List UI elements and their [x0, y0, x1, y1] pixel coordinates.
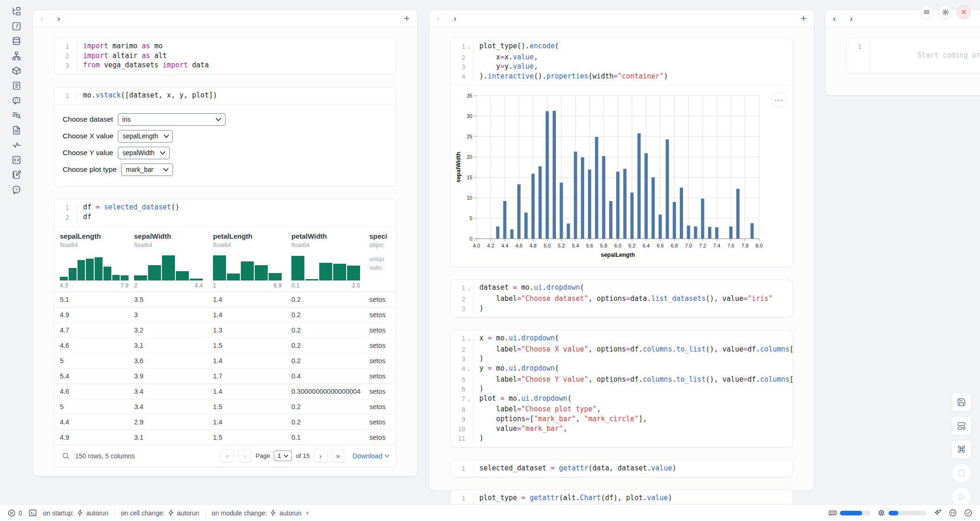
table-row[interactable]: 53.41.50.2setos	[54, 399, 396, 414]
table-column-header[interactable]: petalLengthfloat6416.9	[213, 232, 291, 292]
dropdown-select[interactable]: iris	[118, 113, 226, 126]
functions-icon[interactable]: f	[6, 19, 26, 33]
code-editor[interactable]: 1df = selected_dataset()2df	[54, 199, 396, 226]
table-cell: 1.7	[213, 372, 291, 380]
column-prev-icon[interactable]: ‹	[833, 13, 836, 24]
line-number: 10	[451, 424, 465, 434]
code-editor[interactable]: 1 Start coding or generate with	[847, 38, 980, 73]
column-next-icon[interactable]: ›	[850, 13, 852, 24]
command-shortcuts-icon[interactable]: ⌘	[951, 440, 972, 459]
code-editor[interactable]: 1∨dataset = mo.ui.dropdown(2 label="Choo…	[451, 280, 793, 317]
connection-status-icon[interactable]	[964, 508, 973, 517]
fold-chevron-icon[interactable]: ∨	[465, 364, 472, 375]
column-next-icon[interactable]: ›	[453, 13, 456, 24]
table-row[interactable]: 4.931.40.2setos	[54, 307, 396, 322]
dropdown-label: Choose plot type	[63, 165, 116, 174]
table-row[interactable]: 4.93.11.50.1setos	[54, 430, 396, 445]
table-cell: setos	[369, 403, 396, 410]
snippets-icon[interactable]	[6, 108, 26, 123]
autorun-label: on startup:	[43, 509, 74, 517]
column-next-icon[interactable]: ›	[57, 13, 60, 24]
dropdown-label: Choose Y value	[63, 149, 113, 157]
dependency-graph-icon[interactable]	[6, 48, 26, 63]
close-icon[interactable]	[957, 5, 971, 19]
code-editor[interactable]: 1∨x = mo.ui.dropdown(2 label="Choose X v…	[451, 330, 793, 447]
fold-chevron-icon[interactable]: ∨	[465, 283, 472, 294]
next-page-button[interactable]: ›	[314, 449, 328, 462]
scratchpad-icon[interactable]	[6, 167, 26, 182]
column-prev-icon[interactable]: ‹	[437, 13, 439, 24]
table-row[interactable]: 4.63.11.50.2setos	[54, 338, 396, 353]
svg-text:?: ?	[15, 187, 17, 192]
table-cell: 3.5	[134, 296, 213, 303]
table-row[interactable]: 5.43.91.70.4setos	[54, 368, 396, 384]
layout-panels-icon[interactable]	[951, 416, 972, 436]
column-histogram	[291, 253, 360, 280]
code-editor[interactable]: 1selected_dataset = getattr(data, datase…	[451, 460, 793, 477]
run-all-icon[interactable]	[952, 487, 971, 507]
table-row[interactable]: 4.73.21.30.2setos	[54, 322, 396, 338]
data-sources-icon[interactable]	[6, 33, 26, 48]
packages-icon[interactable]	[6, 63, 26, 78]
first-page-button[interactable]: «	[220, 449, 234, 462]
tracing-icon[interactable]	[6, 137, 26, 152]
notebook-column-2: ‹ › + 1∨plot_type().encode(2 x=x.value,3…	[429, 9, 814, 491]
svg-text:4.0: 4.0	[473, 243, 480, 248]
autorun-segment[interactable]: on module change:autorun∨	[212, 509, 309, 517]
download-link[interactable]: Download	[353, 452, 390, 460]
table-row[interactable]: 4.63.41.40.30000000000000004setos	[54, 384, 396, 399]
table-column-header[interactable]: sepalLengthfloat644.37.9	[60, 232, 134, 292]
line-number: 1	[451, 42, 465, 53]
add-cell-icon[interactable]: +	[404, 13, 410, 25]
file-tree-icon[interactable]	[6, 4, 26, 19]
page-select[interactable]: 1	[274, 450, 292, 461]
column-histogram	[134, 253, 203, 280]
add-cell-icon[interactable]: +	[800, 13, 806, 25]
code-icon[interactable]	[6, 152, 26, 167]
menu-icon[interactable]	[920, 5, 934, 19]
copilot-icon[interactable]	[948, 508, 957, 517]
stop-icon[interactable]	[952, 463, 971, 483]
logs-icon[interactable]	[6, 78, 26, 93]
code-editor[interactable]: 1mo.vstack([dataset, x, y, plot])	[54, 87, 396, 104]
dropdown-select[interactable]: sepalWidth	[118, 147, 170, 159]
autorun-segment[interactable]: on cell change:autorun	[121, 509, 199, 517]
table-cell: 3.9	[134, 372, 213, 380]
fold-chevron-icon[interactable]: ∨	[465, 42, 472, 53]
column-type: float64	[291, 241, 369, 248]
error-count[interactable]: 0	[7, 509, 22, 517]
prev-page-button[interactable]: ‹	[238, 449, 252, 462]
documentation-icon[interactable]	[6, 123, 26, 137]
table-column-header[interactable]: speciobjecuniqunulls:	[369, 232, 396, 292]
settings-gear-icon[interactable]	[938, 5, 952, 19]
table-cell: 5	[60, 357, 134, 365]
help-icon[interactable]: ?	[6, 182, 26, 197]
dataframe-output: sepalLengthfloat644.37.9sepalWidthfloat6…	[54, 226, 396, 467]
table-row[interactable]: 5.13.51.40.2setos	[54, 292, 396, 307]
ai-sparkles-icon[interactable]	[933, 508, 942, 517]
save-icon[interactable]	[951, 392, 972, 412]
fold-chevron-icon[interactable]: ∨	[465, 394, 472, 405]
separator	[205, 508, 206, 517]
column-type: float64	[60, 241, 134, 248]
svg-text:4.2: 4.2	[487, 243, 494, 248]
dropdown-select[interactable]: sepalLength	[118, 130, 173, 143]
line-number: 1	[451, 283, 465, 294]
error-count-value: 0	[19, 509, 22, 517]
autorun-segment[interactable]: on startup:autorun	[43, 509, 109, 517]
search-icon[interactable]	[62, 452, 70, 460]
last-page-button[interactable]: »	[331, 449, 345, 462]
table-column-header[interactable]: petalWidthfloat640.12.5	[291, 232, 369, 292]
histogram-range: 4.37.9	[60, 282, 129, 289]
fold-chevron-icon[interactable]: ∨	[465, 334, 472, 345]
altair-bar-chart[interactable]: 4.04.24.44.64.85.05.25.45.65.86.06.26.46…	[454, 91, 791, 266]
table-row[interactable]: 4.42.91.40.2setos	[54, 414, 396, 430]
code-editor[interactable]: 1import marimo as mo2import altair as al…	[54, 38, 396, 74]
dropdown-select[interactable]: mark_bar	[121, 163, 173, 176]
ai-chat-icon[interactable]	[6, 93, 26, 108]
column-prev-icon[interactable]: ‹	[40, 13, 43, 24]
code-editor[interactable]: 1∨plot_type().encode(2 x=x.value,3 y=y.v…	[451, 38, 793, 85]
table-row[interactable]: 53.61.40.2setos	[54, 353, 396, 368]
terminal-icon[interactable]	[28, 508, 37, 517]
table-column-header[interactable]: sepalWidthfloat6424.4	[134, 232, 213, 292]
